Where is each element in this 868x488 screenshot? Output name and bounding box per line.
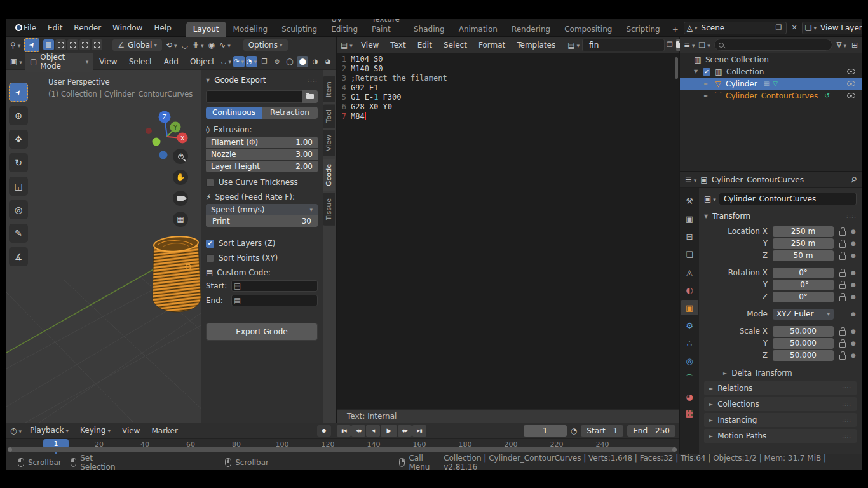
jump-end-button[interactable]: ▶▮ — [412, 425, 426, 437]
rotate-tool[interactable]: ↻ — [9, 153, 28, 172]
text-menu-text[interactable]: Text — [384, 37, 411, 53]
frame-end-field[interactable]: End250 — [627, 425, 675, 437]
new-text-icon[interactable]: ❐ — [665, 41, 675, 49]
animate-dot-icon[interactable]: ● — [851, 252, 856, 259]
text-datablock-icon[interactable]: ▤▾ — [567, 41, 580, 50]
workspace-tab-rendering[interactable]: Rendering — [505, 22, 557, 37]
transform-tool[interactable]: ◎ — [9, 200, 28, 219]
code-line-6[interactable]: 6G28 X0 Y0 — [337, 102, 674, 112]
workspace-tab-uv-editing[interactable]: UV Editing — [324, 19, 365, 37]
checkbox-sort-points-xy-[interactable]: Sort Points (XY) — [206, 254, 318, 262]
topbar-menu-render[interactable]: Render — [68, 20, 107, 36]
prev-keyframe-button[interactable]: ◀◆ — [351, 425, 365, 437]
snapping-icon[interactable]: ◡▾ — [220, 56, 232, 67]
text-menu-select[interactable]: Select — [438, 37, 473, 53]
pan-button[interactable]: ✋ — [173, 170, 188, 185]
text-menu-view[interactable]: View — [355, 37, 384, 53]
shading-material-icon[interactable]: ◑ — [309, 56, 321, 67]
code-line-1[interactable]: 1M104 S0 — [337, 55, 674, 64]
next-keyframe-button[interactable]: ◆▶ — [398, 425, 412, 437]
text-editor-scrollbar[interactable] — [675, 57, 678, 79]
timeline[interactable]: ◷▾ Playback▾Keying▾ViewMarker ●▮◀◀◆◀▶◆▶▶… — [6, 423, 680, 454]
view-layer-tab[interactable]: ❏ — [681, 247, 698, 262]
workspace-tab-compositing[interactable]: Compositing — [557, 22, 619, 37]
move-tool[interactable]: ✥ — [9, 130, 28, 149]
checkbox-sort-layers-z-[interactable]: ✔Sort Layers (Z) — [206, 239, 318, 248]
panel-grip-icon[interactable]: :::: — [308, 77, 318, 83]
workspace-tab-sculpting[interactable]: Sculpting — [275, 22, 324, 37]
lock-icon[interactable] — [839, 339, 846, 347]
text-editor[interactable]: 1M104 S02M140 S03;Retract the filament4G… — [337, 53, 680, 423]
timeline-menu-keying[interactable]: Keying▾ — [74, 422, 116, 439]
code-line-3[interactable]: 3;Retract the filament — [337, 74, 674, 83]
scale-tool[interactable]: ◱ — [9, 177, 28, 196]
timeline-menu-view[interactable]: View — [116, 423, 146, 439]
physics-tab[interactable]: ◎ — [681, 353, 698, 369]
transform-value-scale-x[interactable]: 50.000 — [773, 326, 834, 337]
scene-selector[interactable]: ◬▾ Scene ❐ — [684, 22, 787, 34]
animate-dot-icon[interactable]: ● — [851, 240, 856, 247]
gcode-tab-continuous[interactable]: Continuous — [206, 107, 262, 119]
properties-section-collections[interactable]: ►Collections:::: — [704, 397, 857, 411]
transform-value-y[interactable]: 50.000 — [773, 338, 834, 349]
prev-frame-button[interactable]: ◀ — [366, 425, 380, 437]
outliner-display-mode-icon[interactable]: ≡▾ — [684, 41, 695, 50]
animate-dot-icon[interactable]: ● — [851, 269, 856, 276]
timeline-menu-playback[interactable]: Playback▾ — [24, 422, 74, 439]
text-menu-edit[interactable]: Edit — [412, 37, 438, 53]
code-line-2[interactable]: 2M140 S0 — [337, 64, 674, 74]
code-line-5[interactable]: 5G1 E-1 F300 — [337, 93, 674, 102]
sidebar-tab-item[interactable]: Item — [323, 76, 335, 102]
code-area[interactable]: 1M104 S02M140 S03;Retract the filament4G… — [337, 55, 674, 409]
text-name[interactable]: fin — [585, 41, 661, 50]
transform-value-z[interactable]: 50.000 — [773, 350, 834, 361]
outliner-filter-type-icon[interactable]: ❏▾ — [699, 41, 710, 50]
delta-transform-section[interactable]: ►Delta Transform — [723, 369, 857, 377]
outliner-row-scene-collection[interactable]: ▥ Scene Collection — [680, 53, 862, 65]
select-mode-set-button[interactable] — [43, 39, 54, 50]
visibility-eye-icon[interactable] — [847, 93, 855, 98]
lock-icon[interactable] — [839, 327, 846, 335]
workspace-tab-texture-paint[interactable]: Texture Paint — [365, 19, 407, 37]
outliner-search-input[interactable] — [714, 39, 832, 51]
filter-funnel-icon[interactable]: ∇▾ — [836, 41, 846, 50]
field-nozzle[interactable]: Nozzle3.00 — [206, 149, 318, 160]
shading-solid-icon[interactable]: ⬤ — [297, 56, 308, 67]
play-button[interactable]: ▶ — [381, 425, 397, 437]
viewport-menu-add[interactable]: Add — [158, 53, 184, 70]
lock-icon[interactable] — [839, 293, 846, 301]
animate-dot-icon[interactable]: ● — [851, 340, 856, 346]
use-curve-thickness-checkbox[interactable]: Use Curve Thickness — [206, 178, 318, 187]
lock-icon[interactable] — [839, 252, 846, 259]
world-tab[interactable]: ◐ — [681, 282, 698, 297]
timeline-menu-marker[interactable]: Marker — [146, 423, 183, 439]
editor-type-icon[interactable]: ▣▾ — [10, 57, 22, 66]
select-mode-invert-button[interactable] — [79, 39, 90, 50]
lock-icon[interactable] — [839, 227, 846, 235]
visibility-eye-icon[interactable] — [847, 81, 855, 86]
output-tab[interactable]: ⊟ — [681, 229, 698, 244]
transform-orientation-dropdown[interactable]: ∠ Global ▾ — [112, 39, 162, 51]
sidebar-tab-tissue[interactable]: Tissue — [323, 193, 335, 226]
animate-dot-icon[interactable]: ● — [851, 294, 856, 300]
animate-dot-icon[interactable]: ● — [851, 311, 856, 317]
transform-value-location-x[interactable]: 250 m — [773, 226, 834, 237]
transform-panel-title[interactable]: Transform — [712, 212, 750, 220]
add-workspace-button[interactable]: + — [667, 23, 684, 37]
toggle-ortho-button[interactable]: ▦ — [173, 212, 188, 227]
workspace-tab-shading[interactable]: Shading — [407, 22, 452, 37]
transform-value-rotation-x[interactable]: 0° — [773, 268, 834, 278]
vertex-group-icon[interactable]: ▦ — [764, 80, 770, 87]
modifiers-tab[interactable]: ⚙ — [681, 318, 698, 333]
editor-type-icon[interactable]: ☰▾ — [685, 175, 696, 184]
browse-file-button[interactable] — [302, 90, 318, 103]
falloff-icon[interactable]: ∿▾ — [219, 41, 231, 50]
material-tab[interactable]: ◕ — [681, 389, 698, 404]
options-dropdown[interactable]: Options ▾ — [243, 39, 288, 51]
outliner-row-collection[interactable]: ▼ ✔ ▥ Collection — [680, 65, 862, 78]
topbar-menu-edit[interactable]: Edit — [42, 20, 68, 36]
disclosure-icon[interactable]: ► — [704, 81, 713, 86]
current-frame-field[interactable]: 1 — [524, 425, 567, 437]
pin-icon[interactable]: ⚲ — [849, 174, 859, 184]
new-scene-icon[interactable]: ❐ — [774, 24, 784, 32]
